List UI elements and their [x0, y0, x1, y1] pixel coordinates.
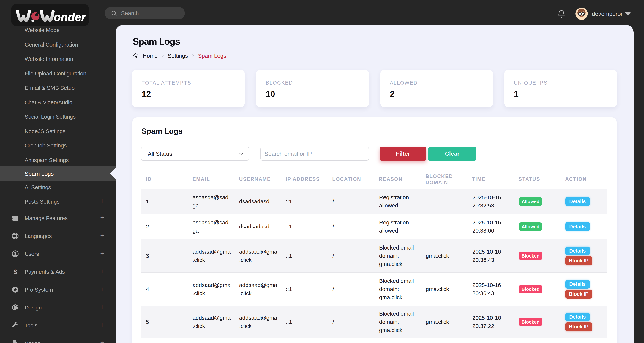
svg-text:$: $	[14, 268, 17, 275]
svg-text:onder: onder	[54, 10, 86, 23]
